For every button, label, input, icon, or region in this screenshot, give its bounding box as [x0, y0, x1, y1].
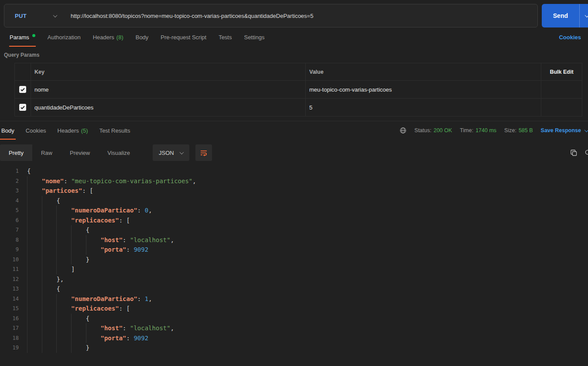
- size-value: 585 B: [519, 127, 533, 133]
- query-param-row: quantidadeDeParticoes 5: [15, 99, 582, 116]
- line-number: 3: [0, 186, 19, 196]
- globe-icon[interactable]: [400, 127, 407, 134]
- request-tab[interactable]: Headers (8): [87, 27, 130, 47]
- request-tab[interactable]: Settings: [238, 27, 270, 47]
- format-label: JSON: [159, 150, 174, 156]
- tab-label: Tests: [219, 34, 232, 41]
- code-line: 3"particoes": [: [0, 186, 588, 196]
- code-lines: 1{2"nome": "meu-topico-com-varias-partic…: [0, 166, 588, 353]
- param-key: nome: [34, 86, 49, 93]
- code-line: 1{: [0, 166, 588, 176]
- params-dot-icon: [32, 34, 35, 37]
- code-line: 18"porta": 9092: [0, 333, 588, 343]
- request-tab[interactable]: Tests: [212, 27, 238, 47]
- view-tab-label: Raw: [41, 150, 52, 156]
- tab-label: Params: [10, 34, 29, 41]
- chevron-down-icon: [585, 13, 588, 17]
- tab-label: Settings: [244, 34, 264, 41]
- code-line: 19}: [0, 343, 588, 353]
- code-line: 9"porta": 9092: [0, 245, 588, 255]
- code-line: 10}: [0, 255, 588, 265]
- param-key-cell[interactable]: quantidadeDeParticoes: [31, 99, 306, 116]
- code-line: 13{: [0, 284, 588, 294]
- tab-label: Cookies: [26, 127, 46, 134]
- request-tab[interactable]: Pre-request Script: [154, 27, 212, 47]
- request-tab[interactable]: Params: [3, 27, 41, 47]
- tab-label: Headers: [58, 127, 79, 134]
- param-value-cell[interactable]: 5: [306, 99, 541, 116]
- send-button[interactable]: Send: [542, 4, 588, 27]
- code-line: 2"nome": "meu-topico-com-varias-particoe…: [0, 176, 588, 186]
- response-tab[interactable]: Headers (5): [52, 121, 94, 140]
- code-line: 11]: [0, 264, 588, 274]
- param-value: 5: [309, 104, 312, 111]
- code-line: 7{: [0, 225, 588, 235]
- search-icon[interactable]: [585, 149, 588, 156]
- view-tab[interactable]: Visualize: [99, 144, 139, 161]
- response-actions: [570, 144, 588, 161]
- response-panel: Body Cookies Headers (5) Test Res: [0, 121, 588, 366]
- code-line: 6"replicacoes": [: [0, 215, 588, 226]
- format-dropdown[interactable]: JSON: [153, 144, 189, 161]
- tab-label: Test Results: [99, 127, 130, 134]
- checkbox-check-icon: [19, 86, 26, 93]
- bulk-edit-button[interactable]: Bulk Edit: [541, 63, 582, 81]
- tab-count: (5): [81, 127, 88, 134]
- param-value: meu-topico-com-varias-particoes: [309, 86, 392, 93]
- send-options-button[interactable]: [579, 4, 588, 27]
- tab-count: (8): [116, 34, 123, 41]
- line-number: 8: [0, 235, 19, 245]
- method-select[interactable]: PUT: [4, 13, 65, 19]
- code-line: 8"host": "localhost",: [0, 235, 588, 245]
- param-checkbox[interactable]: [15, 81, 31, 99]
- code-line: 12},: [0, 274, 588, 284]
- size-indicator: Size: 585 B: [504, 127, 533, 133]
- copy-icon[interactable]: [570, 149, 578, 157]
- param-key: quantidadeDeParticoes: [34, 104, 93, 111]
- code-line: 17"host": "localhost",: [0, 323, 588, 333]
- view-tab[interactable]: Pretty: [0, 144, 32, 161]
- line-number: 11: [0, 264, 19, 274]
- line-number: 19: [0, 343, 19, 353]
- save-response-button[interactable]: Save Response: [541, 127, 588, 133]
- column-header-value: Value: [306, 63, 541, 81]
- url-bar: PUT: [4, 4, 538, 27]
- line-number: 2: [0, 176, 19, 186]
- line-number: 10: [0, 255, 19, 265]
- code-line: 4{: [0, 196, 588, 206]
- status-indicator: Status: 200 OK: [414, 127, 452, 133]
- query-param-row: nome meu-topico-com-varias-particoes: [15, 81, 582, 99]
- response-body[interactable]: 1{2"nome": "meu-topico-com-varias-partic…: [0, 161, 588, 366]
- response-tab[interactable]: Cookies: [20, 121, 52, 140]
- column-header-key: Key: [31, 63, 306, 81]
- line-number: 5: [0, 205, 19, 215]
- view-tab-label: Preview: [70, 150, 90, 156]
- wrap-line-icon: [200, 150, 208, 156]
- request-tabs: Params Authorization Headers (8) Body: [0, 27, 588, 47]
- response-meta: Status: 200 OK Time: 1740 ms Size: 585 B…: [400, 127, 584, 134]
- cookies-link[interactable]: Cookies: [559, 34, 583, 41]
- param-value-cell[interactable]: meu-topico-com-varias-particoes: [306, 81, 541, 99]
- time-value: 1740 ms: [475, 127, 496, 133]
- tab-label: Body: [1, 127, 14, 134]
- request-url-row: PUT Send: [0, 0, 588, 27]
- checkbox-check-icon: [19, 104, 26, 111]
- url-input[interactable]: [65, 13, 537, 19]
- wrap-lines-button[interactable]: [195, 144, 212, 161]
- line-number: 1: [0, 166, 19, 176]
- view-tab[interactable]: Raw: [32, 144, 61, 161]
- param-checkbox[interactable]: [15, 99, 31, 116]
- response-tabs-row: Body Cookies Headers (5) Test Res: [0, 121, 588, 140]
- line-number: 15: [0, 304, 19, 314]
- line-number: 14: [0, 294, 19, 304]
- view-tab[interactable]: Preview: [61, 144, 99, 161]
- line-number: 9: [0, 245, 19, 255]
- line-number: 17: [0, 323, 19, 333]
- request-tab[interactable]: Authorization: [41, 27, 87, 47]
- line-number: 12: [0, 274, 19, 284]
- response-tab[interactable]: Body: [0, 121, 20, 140]
- tab-label: Body: [136, 34, 149, 41]
- request-tab[interactable]: Body: [130, 27, 155, 47]
- response-tab[interactable]: Test Results: [94, 121, 136, 140]
- param-key-cell[interactable]: nome: [31, 81, 306, 99]
